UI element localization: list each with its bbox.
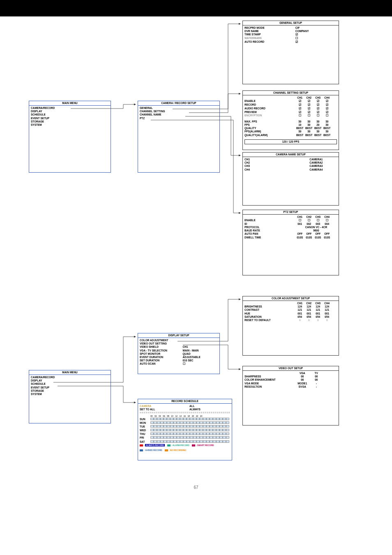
- setting-row: PREVIEW: [244, 111, 337, 114]
- menu-item[interactable]: SYSTEM: [31, 393, 109, 396]
- fps-footer: 120 / 120 FPS: [244, 139, 337, 144]
- setting-row: DVR NAMECOMPANY: [244, 30, 337, 33]
- document-header-bar: [0, 0, 392, 16]
- schedule-row[interactable]: WED: [140, 429, 230, 432]
- menu-item[interactable]: CHANNEL NAME: [140, 113, 218, 116]
- setting-row: ENCRYPTION: [244, 114, 337, 118]
- setting-row: FPS(ALARM)30303030: [244, 130, 337, 133]
- schedule-row[interactable]: SUN: [140, 418, 230, 421]
- schedule-row[interactable]: TUE: [140, 425, 230, 428]
- menu-item[interactable]: GENERAL: [140, 106, 218, 110]
- setting-row: PROTOCOLCANON VC - 4CR: [244, 226, 337, 229]
- camera-record-setup-panel: CAMERA / RECORD SETUP GENERALCHANNEL SET…: [138, 101, 220, 173]
- setting-row: VIDEO OUT SETTING: [140, 342, 218, 345]
- menu-item[interactable]: PTZ: [140, 117, 218, 120]
- setting-row: EVENT DURATIONADJUSTABLE: [140, 356, 218, 359]
- setting-row: CH3CAMERA3: [244, 164, 337, 168]
- camera-name-panel: CAMERA NAME SETUP CH1CAMERA1CH2CAMERA2CH…: [242, 152, 339, 206]
- video-out-panel: VIDEO OUT SETUP VGATVSHARPNESS0000COLOR …: [242, 366, 339, 426]
- setting-row: AUTO RECORD: [244, 40, 337, 44]
- setting-row: AUDIO RECORD: [244, 107, 337, 111]
- menu-item[interactable]: SCHEDULE: [31, 113, 109, 116]
- setting-row: HUE001001001001: [244, 312, 337, 315]
- setting-row: RESET TO DEFAULT: [244, 319, 337, 322]
- setting-row: QUALITYBESTBESTBESTBEST: [244, 127, 337, 130]
- setting-row: RECPRD MODECIF: [244, 26, 337, 30]
- setting-row: BRIGHTNESS124124124124: [244, 305, 337, 308]
- menu-item[interactable]: EVENT SETUP: [31, 386, 109, 389]
- panel-title: CAMERA / RECORD SETUP: [138, 101, 219, 106]
- panel-title: DISPLAY SETUP: [138, 333, 219, 338]
- menu-item[interactable]: CAMERA/RECORD: [31, 376, 109, 379]
- setting-row: CH2CAMERA2: [244, 161, 337, 164]
- ptz-setup-panel: PTZ SETUP CH1CH2CH3CH4ENABLEID0010020030…: [242, 210, 339, 275]
- panel-title: CHANNEL SETTING SETUP: [243, 91, 339, 95]
- menu-item[interactable]: DISPLAY: [31, 110, 109, 113]
- setting-row: SATURATION054054054054: [244, 315, 337, 319]
- panel-title: RECORD SCHEDULE: [138, 399, 232, 404]
- setting-row: TIME STAMP: [244, 33, 337, 37]
- setting-row: ENABLE: [244, 219, 337, 222]
- setting-row: SPOT MONITORQUAD: [140, 352, 218, 356]
- setting-row: QUALITY(ALARM)BESTBESTBESTBEST: [244, 134, 337, 137]
- setting-row: DWELL TIME010S010S010S010S: [244, 236, 337, 239]
- schedule-legend: : ALWAYS RECORD : ALARM RECORD : SMART R…: [140, 444, 230, 452]
- panel-title: COLOR ADJUSTMENT SETUP: [243, 296, 339, 301]
- menu-item[interactable]: CAMERA/RECORD: [31, 106, 109, 110]
- setting-row: AUTO PANOFFOFFOFFOFF: [244, 232, 337, 236]
- setting-row: SHARPNESS0000: [244, 375, 337, 378]
- setting-row: CAMERAALL: [140, 405, 230, 408]
- setting-row: VGA MODEMODE1-: [244, 382, 337, 385]
- schedule-row[interactable]: THU: [140, 432, 230, 436]
- setting-row: ENABLE: [244, 99, 337, 103]
- panel-title: VIDEO OUT SETUP: [243, 366, 339, 371]
- setting-row: MAX. FPS30303030: [244, 120, 337, 123]
- setting-row: SET TO ALLALWAYS: [140, 408, 230, 411]
- menu-item[interactable]: SYSTEM: [31, 123, 109, 127]
- menu-item[interactable]: EVENT SETUP: [31, 117, 109, 120]
- panel-title: CAMERA NAME SETUP: [243, 153, 339, 157]
- setting-row: AUTO SCAN☐: [140, 362, 218, 365]
- setting-row: COLOR ENHANCEMENT0000: [244, 378, 337, 382]
- main-menu-panel-2: MAIN MENU CAMERA/RECORDDISPLAYSCHEDULEEV…: [29, 370, 111, 423]
- setting-row: CH1CAMERA1: [244, 158, 337, 161]
- menu-item[interactable]: CHANNEL SETTING: [140, 110, 218, 113]
- setting-row: RECORD: [244, 103, 337, 107]
- display-setup-panel: DISPLAY SETUP COLOR ADJUSTMENTVIDEO OUT …: [138, 333, 220, 374]
- menu-item[interactable]: DISPLAY: [31, 379, 109, 382]
- page-footer: 67: [0, 485, 392, 502]
- setting-row: CH4CAMERA4: [244, 168, 337, 171]
- schedule-row[interactable]: SAT: [140, 440, 230, 444]
- setting-row: ID001002003004: [244, 222, 337, 226]
- menu-item[interactable]: STORAGE: [31, 389, 109, 393]
- panel-title: PTZ SETUP: [243, 210, 339, 215]
- setting-row: FPS10302030: [244, 123, 337, 127]
- record-schedule-panel: RECORD SCHEDULE CAMERAALLSET TO ALLALWAY…: [138, 399, 232, 460]
- setting-row: RESOULTIONSVGA-: [244, 385, 337, 388]
- setting-row: SET DURATION010 SEC: [140, 359, 218, 362]
- setting-row: VIDEO SHIELDCH1: [140, 345, 218, 349]
- general-setup-panel: GENERAL SETUP RECPRD MODECIFDVR NAMECOMP…: [242, 21, 339, 84]
- schedule-row[interactable]: MON: [140, 421, 230, 425]
- menu-item[interactable]: SCHEDULE: [31, 382, 109, 386]
- color-adjustment-panel: COLOR ADJUSTMENT SETUP CH1CH2CH3CH4BRIGH…: [242, 296, 339, 356]
- setting-row: BAUD RATE9600: [244, 229, 337, 232]
- menu-item[interactable]: STORAGE: [31, 120, 109, 123]
- setting-row: COLOR ADJUSTMENT: [140, 339, 218, 342]
- panel-title: MAIN MENU: [29, 101, 111, 106]
- setting-row: WATERMARK: [244, 37, 337, 40]
- channel-setting-panel: CHANNEL SETTING SETUP CH1CH2CH3CH4ENABLE…: [242, 90, 339, 150]
- main-menu-panel: MAIN MENU CAMERA/RECORD DISPLAYSCHEDULEE…: [29, 101, 111, 173]
- panel-title: GENERAL SETUP: [243, 21, 339, 25]
- page-number: 67: [194, 485, 198, 490]
- panel-title: MAIN MENU: [29, 370, 111, 375]
- setting-row: VGA - TV SELECTIONMAIN - MAIN: [140, 349, 218, 352]
- setting-row: CONTRAST121121121121: [244, 308, 337, 312]
- schedule-row[interactable]: FRI: [140, 436, 230, 439]
